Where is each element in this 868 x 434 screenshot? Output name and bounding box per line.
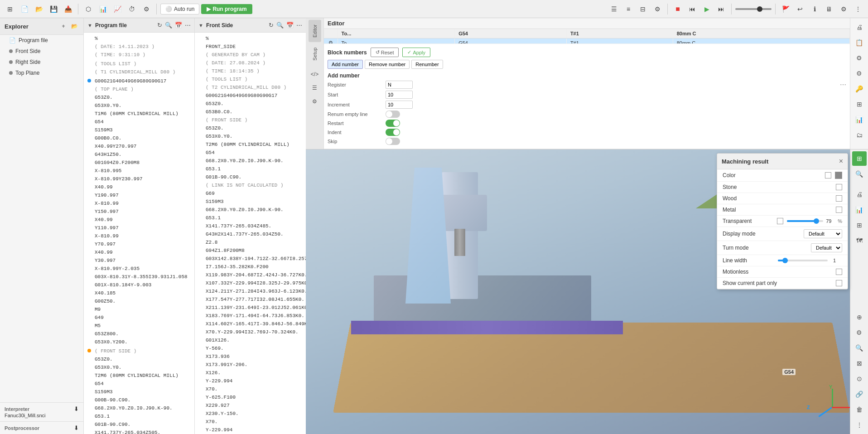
toolbar-play-icon[interactable]: ▶ [700, 3, 713, 15]
turn-mode-select[interactable]: Default Lathe Mill [811, 243, 842, 252]
toolbar-select-icon[interactable]: ⬡ [82, 3, 95, 15]
front-refresh-icon[interactable]: ↻ [269, 22, 274, 29]
program-line-0[interactable]: % [84, 34, 194, 43]
toolbar-clock-icon[interactable]: ⏱ [125, 3, 138, 15]
sidebar-icon-8[interactable]: 🗂 [852, 128, 867, 142]
rs-more-icon[interactable]: ⋮ [852, 418, 867, 432]
program-line-17[interactable]: G01G94Z0.F200M8 [84, 159, 194, 167]
program-line-9[interactable]: G53Z0. [84, 93, 194, 101]
toolbar-skip-back-icon[interactable]: ⏮ [686, 3, 699, 15]
program-line-30[interactable]: X-810.99Y-2.035 [84, 265, 194, 273]
program-calendar-icon[interactable]: 📅 [175, 22, 182, 29]
toolbar-undo-icon[interactable]: ↩ [794, 3, 806, 15]
display-mode-select[interactable]: Default Wireframe Solid [804, 229, 842, 238]
front-line-48[interactable]: Y-229.994 [195, 426, 306, 434]
sidebar-icon-3[interactable]: ⚙ [852, 51, 867, 65]
toolbar-settings-icon[interactable]: ⚙ [140, 3, 153, 15]
register-more-icon[interactable]: ⋯ [840, 81, 846, 88]
add-number-button[interactable]: Add number [328, 60, 363, 69]
toolbar-save-icon[interactable]: 💾 [47, 3, 60, 15]
front-line-43[interactable]: X70. [195, 385, 306, 393]
program-panel-collapse[interactable]: ▼ [87, 23, 92, 28]
toolbar-dots-icon[interactable]: ⋮ [852, 3, 864, 15]
front-line-10[interactable]: ( FRONT SIDE ) [195, 116, 306, 124]
restart-toggle[interactable] [386, 120, 400, 127]
motionless-checkbox[interactable] [836, 269, 842, 275]
front-line-38[interactable]: Y-569. [195, 344, 306, 352]
program-line-27[interactable]: Y70.997 [84, 240, 194, 248]
sidebar-icon-1[interactable]: 🖨 [852, 20, 867, 34]
front-line-39[interactable]: X173.936 [195, 352, 306, 361]
editor-row-0[interactable]: ⚙ To... G54 T#1 80mm C [324, 39, 850, 44]
front-line-47[interactable]: X70. [195, 418, 306, 426]
front-panel-collapse[interactable]: ▼ [198, 23, 203, 28]
front-line-11[interactable]: G53Z0. [195, 124, 306, 132]
reset-button[interactable]: ↺ Reset [371, 48, 399, 57]
vtab-editor[interactable]: Editor [309, 20, 321, 42]
front-line-45[interactable]: X229.927 [195, 401, 306, 410]
front-line-42[interactable]: Y-229.994 [195, 377, 306, 385]
program-line-33[interactable]: X40.185 [84, 289, 194, 297]
toolbar-chart-icon[interactable]: 📈 [111, 3, 124, 15]
front-line-13[interactable]: T2M6 (80MM CYLINDRICAL MILL) [195, 140, 306, 149]
rs-zoom-icon[interactable]: 🔍 [852, 167, 867, 181]
program-line-47[interactable]: G00B-90.C90. [84, 396, 194, 404]
apply-button[interactable]: ✓ Apply [402, 48, 430, 57]
machining-panel-close-button[interactable]: × [839, 157, 843, 165]
color-swatch[interactable] [835, 172, 842, 179]
toolbar-layers-icon[interactable]: 📊 [96, 3, 109, 15]
program-line-39[interactable]: G53X0.Y200. [84, 338, 194, 346]
renumber-button[interactable]: Renumber [411, 60, 443, 69]
sidebar-icon-6[interactable]: ⊞ [852, 97, 867, 111]
rs-link-icon[interactable]: 🔗 [852, 387, 867, 401]
program-line-41[interactable]: ( FRONT SIDE ) [84, 347, 194, 355]
rs-view-icon[interactable]: ⊞ [852, 151, 867, 166]
front-line-9[interactable]: G53B0.C0. [195, 108, 306, 116]
program-line-19[interactable]: X-810.99Y230.997 [84, 175, 194, 183]
autorun-button[interactable]: ⚪ Auto run [160, 4, 199, 14]
program-line-23[interactable]: Y150.997 [84, 207, 194, 216]
indent-toggle[interactable] [386, 129, 400, 136]
front-line-16[interactable]: G53.1 [195, 165, 306, 173]
program-line-13[interactable]: S159M3 [84, 126, 194, 134]
rs-help-icon[interactable]: ⊕ [852, 310, 867, 324]
program-line-18[interactable]: X-810.995 [84, 167, 194, 175]
program-line-36[interactable]: G49 [84, 313, 194, 322]
explorer-folder-button[interactable]: 📂 [70, 22, 79, 31]
show-current-checkbox[interactable] [836, 280, 842, 286]
program-line-50[interactable]: G01B-90.C90. [84, 420, 194, 429]
front-line-2[interactable]: ( GENERATED BY CAM ) [195, 51, 306, 59]
program-line-25[interactable]: Y110.997 [84, 224, 194, 232]
sidebar-icon-2[interactable]: 📋 [852, 35, 867, 50]
run-program-button[interactable]: ▶ Run program [201, 4, 252, 14]
front-line-33[interactable]: X211.139Y-231.649I-23.012J52.061K0. [195, 304, 306, 312]
toolbar-view-icon[interactable]: ⊟ [637, 3, 649, 15]
toolbar-list-icon[interactable]: ≡ [622, 3, 635, 15]
front-line-5[interactable]: ( TOOLS LIST ) [195, 75, 306, 83]
program-line-32[interactable]: G01X-810.184Y-9.003 [84, 281, 194, 289]
program-line-15[interactable]: X40.99Y270.997 [84, 142, 194, 150]
transparent-slider[interactable] [787, 220, 823, 222]
explorer-item-program-file[interactable]: 📄 Program file [0, 35, 83, 46]
program-line-21[interactable]: Y190.997 [84, 191, 194, 199]
front-line-19[interactable]: G69 [195, 189, 306, 198]
color-checkbox[interactable] [825, 172, 831, 178]
program-line-46[interactable]: S159M3 [84, 388, 194, 396]
program-line-35[interactable]: M9 [84, 305, 194, 313]
explorer-add-button[interactable]: + [59, 22, 68, 31]
program-line-4[interactable]: ( TOOLS LIST ) [84, 60, 194, 68]
rs-settings-icon[interactable]: ⚙ [852, 325, 867, 340]
sidebar-icon-5[interactable]: 🔑 [852, 82, 867, 96]
vtab-settings-icon[interactable]: ⚙ [309, 95, 321, 108]
program-line-10[interactable]: G53X0.Y0. [84, 101, 194, 110]
front-line-17[interactable]: G01B-90.C90. [195, 173, 306, 181]
front-search-icon[interactable]: 🔍 [276, 22, 284, 29]
front-line-29[interactable]: X119.983Y-204.687I2.424J-36.727K0. [195, 271, 306, 279]
program-line-11[interactable]: T1M6 (80MM CYLINDRICAL MILL) [84, 110, 194, 118]
program-line-49[interactable]: G53.1 [84, 412, 194, 420]
front-line-0[interactable]: % [195, 34, 306, 43]
program-line-1[interactable]: ( DATE: 14.11.2023 ) [84, 43, 194, 51]
program-line-51[interactable]: X141.737Y-265.034Z505. [84, 429, 194, 434]
front-line-25[interactable]: Z2.8 [195, 238, 306, 246]
front-line-24[interactable]: G43H2X141.737Y-265.034Z50. [195, 230, 306, 238]
